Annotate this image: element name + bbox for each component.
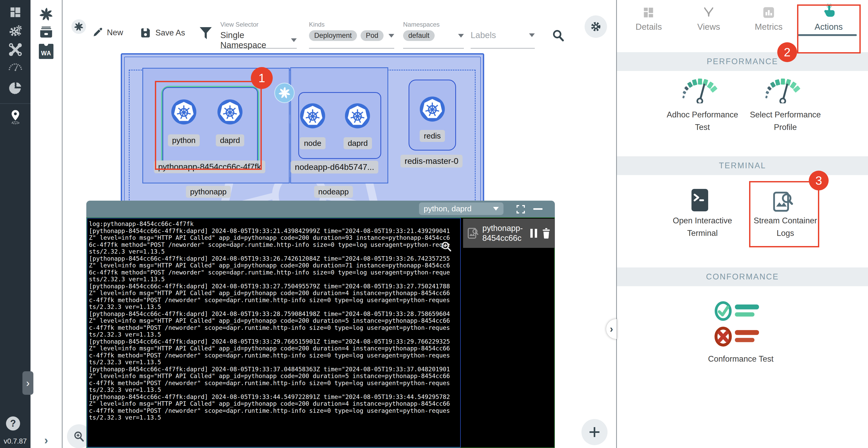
kanvas-pin-icon[interactable]: [8, 109, 23, 125]
performance-gauge-icon[interactable]: [8, 62, 23, 72]
kinds-field[interactable]: Kinds Deployment Pod: [309, 21, 394, 49]
dapr-sidecar-badge[interactable]: [274, 83, 294, 103]
conformance-fail-row-icon: [713, 326, 768, 347]
zoom-in-icon: [73, 430, 85, 442]
chevron-down-icon: [493, 207, 499, 211]
namespaces-field[interactable]: Namespaces default: [403, 21, 464, 49]
log-text: log:pythonapp-8454cc66c-4f7fk [pythonapp…: [87, 218, 460, 423]
select-performance-profile-button[interactable]: [761, 77, 805, 103]
log-terminal-window: python, daprd log:pythonapp-8454cc66c-4f…: [86, 201, 555, 448]
container-label: daprd: [344, 137, 372, 149]
pinwheel-icon: [73, 21, 84, 32]
gauge-icon: [678, 77, 722, 103]
right-panel: Details Views Metrics: [617, 0, 868, 448]
tab-details[interactable]: Details: [619, 0, 679, 42]
container-redis-icon[interactable]: [420, 96, 445, 122]
labels-placeholder: Labels: [471, 30, 496, 40]
delete-stream-icon[interactable]: [541, 228, 551, 239]
fullscreen-icon[interactable]: [516, 205, 525, 214]
app-window: › ? v0.7.87 WA › New Save As: [0, 0, 868, 448]
kind-chip-pod[interactable]: Pod: [361, 30, 383, 41]
wasm-extension-icon[interactable]: WA: [39, 44, 54, 59]
chevron-down-icon: [291, 38, 297, 42]
stream-tab-title: pythonapp- 8454cc66c: [483, 223, 526, 243]
save-floppy-icon: [140, 27, 151, 39]
annotation-box-1: [155, 81, 262, 170]
gear-icon: [590, 20, 602, 33]
extensions-collapse-chevron-icon[interactable]: ›: [44, 434, 48, 447]
new-button[interactable]: New: [92, 27, 123, 38]
terminal-header[interactable]: python, daprd: [86, 201, 555, 217]
adhoc-performance-test-label: Adhoc Performance Test: [663, 109, 742, 133]
annotation-badge-2: 2: [777, 42, 797, 62]
extensions-sidebar: WA ›: [31, 0, 63, 448]
help-button[interactable]: ?: [6, 416, 20, 430]
conformance-test-button[interactable]: [713, 301, 768, 347]
zoom-cursor-icon: [441, 241, 452, 252]
configuration-tools-icon[interactable]: [8, 42, 23, 57]
save-as-button[interactable]: Save As: [140, 27, 185, 39]
namespace-chip-default[interactable]: default: [403, 30, 435, 41]
open-interactive-terminal-button[interactable]: [691, 188, 709, 212]
kind-chip-deployment[interactable]: Deployment: [309, 30, 357, 41]
annotation-box-3: [749, 181, 819, 247]
view-selector-value: Single Namespace: [220, 30, 291, 50]
namespaces-label: Namespaces: [403, 21, 464, 28]
conformance-pie-icon[interactable]: [8, 81, 23, 95]
view-selector-field[interactable]: View Selector Single Namespace: [220, 21, 297, 49]
details-grid-icon: [642, 6, 655, 19]
log-output-area[interactable]: log:pythonapp-8454cc66c-4f7fk [pythonapp…: [87, 218, 461, 447]
section-header-performance: PERFORMANCE: [617, 52, 868, 71]
add-node-button[interactable]: [582, 419, 608, 445]
conformance-test-label: Conformance Test: [702, 353, 780, 365]
container-selector-dropdown[interactable]: python, daprd: [419, 203, 503, 215]
section-header-conformance: CONFORMANCE: [617, 267, 868, 286]
deployment-box-nodeapp[interactable]: node daprd nodeapp-d64b5747...: [290, 67, 388, 183]
chevron-down-icon: [458, 34, 464, 37]
pod-name-label: nodeapp-d64b5747...: [291, 161, 378, 174]
pod-nodeapp[interactable]: node daprd: [298, 92, 381, 159]
stream-tab-pythonapp[interactable]: pythonapp- 8454cc66c: [463, 219, 555, 248]
pencil-icon: [92, 27, 103, 38]
conformance-pass-row-icon: [713, 301, 768, 322]
dapr-pinwheel-icon: [278, 86, 291, 100]
sidebar-expand-handle[interactable]: ›: [23, 371, 33, 395]
pause-stream-icon[interactable]: [530, 228, 538, 238]
pod-redis[interactable]: redis: [409, 80, 456, 151]
select-performance-profile-label: Select Performance Profile: [746, 109, 825, 133]
terminal-body: log:pythonapp-8454cc66c-4f7fk [pythonapp…: [86, 217, 555, 448]
right-panel-collapse-handle[interactable]: ›: [606, 319, 617, 339]
search-icon[interactable]: [552, 29, 565, 42]
app-menu-button[interactable]: [71, 19, 86, 34]
panel-divider: [616, 0, 617, 448]
main-sidebar: › ? v0.7.87: [0, 0, 31, 448]
sidebar-divider: [0, 103, 31, 104]
terminal-icon: [691, 188, 709, 212]
views-branch-icon: [702, 5, 715, 19]
kanvas-logo-pinwheel-icon[interactable]: [39, 7, 54, 22]
dashboard-icon[interactable]: [8, 5, 23, 19]
deployment-label: pythonapp: [186, 186, 231, 198]
container-label: node: [300, 137, 326, 149]
annotation-badge-1: 1: [251, 67, 273, 89]
tab-views[interactable]: Views: [679, 0, 739, 42]
lifecycle-gears-icon[interactable]: [8, 24, 23, 38]
open-interactive-terminal-label: Open Interactive Terminal: [663, 214, 742, 240]
adhoc-performance-test-button[interactable]: [678, 77, 722, 103]
kinds-label: Kinds: [309, 21, 394, 28]
version-label: v0.7.87: [0, 437, 31, 445]
catalog-drawer-icon[interactable]: [39, 25, 54, 39]
chevron-down-icon: [529, 33, 535, 37]
filter-funnel-icon[interactable]: [199, 27, 212, 40]
minimize-icon[interactable]: [533, 207, 543, 211]
metrics-bar-chart-icon: [762, 6, 775, 19]
plus-icon: [588, 426, 600, 438]
view-selector-label: View Selector: [220, 21, 297, 28]
tab-metrics[interactable]: Metrics: [739, 0, 799, 42]
container-label: redis: [420, 130, 445, 142]
settings-button[interactable]: [585, 16, 607, 38]
container-daprd-icon[interactable]: [345, 103, 370, 129]
annotation-box-2: [797, 4, 861, 54]
labels-filter-field[interactable]: Labels: [471, 21, 535, 49]
container-node-icon[interactable]: [300, 103, 325, 129]
